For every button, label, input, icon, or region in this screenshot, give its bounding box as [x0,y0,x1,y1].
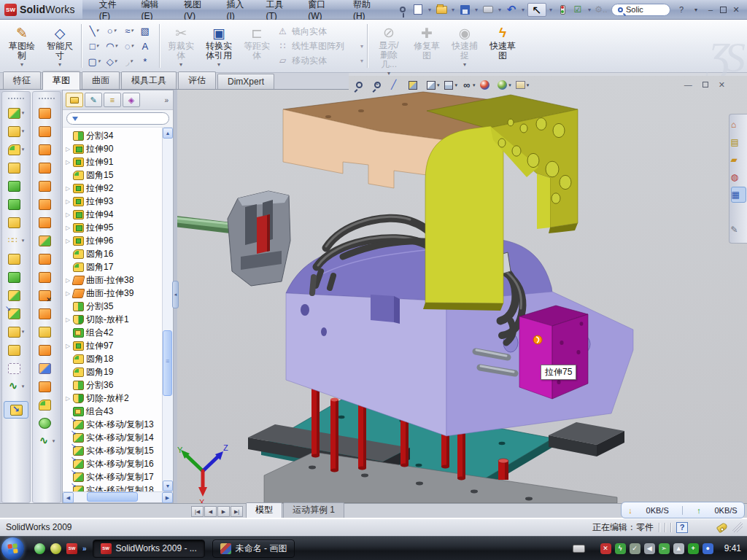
sketch-entity-button[interactable]: ◌▾ [120,39,138,54]
search-input[interactable] [626,5,664,14]
expand-arrow-icon[interactable]: ▷ [66,159,73,166]
tag-icon[interactable] [716,521,729,532]
save-dropdown[interactable]: ▾ [473,3,480,16]
command-row-button[interactable]: ∷ 线性草图阵列 ▾ [277,40,363,52]
tree-item[interactable]: ▷ 拉伸96 [66,234,162,247]
toolbar-button[interactable]: ▾ [4,232,28,249]
restore-button[interactable] [720,7,727,13]
more-commands-icon[interactable]: ⚙.. [594,3,608,16]
new-dropdown[interactable]: ▾ [426,3,433,16]
command-button[interactable]: ϟ 快速草图 ▾ [484,21,522,71]
select-dropdown[interactable]: ▾ [547,3,554,16]
expand-arrow-icon[interactable]: ▷ [66,225,73,231]
options-icon[interactable]: ☑ [570,3,585,16]
view-palette-icon[interactable]: ▦ [731,187,746,203]
custom-properties-icon[interactable]: ✎ [731,222,746,238]
headsup-icon[interactable] [388,79,402,91]
headsup-icon[interactable] [514,79,527,91]
command-tab[interactable]: 模具工具 [121,71,177,89]
toolbar-button[interactable]: ▾ [34,195,59,213]
scroll-right-button[interactable]: ▶ [162,492,173,503]
toolbar-button[interactable]: ▾ [4,323,28,341]
toolbar-button[interactable]: ▾ [34,287,59,304]
tree-item[interactable]: ▷ 拉伸94 [66,208,162,221]
command-button[interactable]: ◉ 快速捕捉 ▾ [446,21,484,71]
tree-item[interactable]: ▷ 实体-移动/复制18 [66,483,162,491]
toolbar-button[interactable]: ▾ [34,378,59,395]
tree-item[interactable]: ▷ 实体-移动/复制17 [66,470,162,483]
sketch-entity-button[interactable]: ○▾ [103,23,120,39]
document-tab[interactable]: 模型 [246,502,282,518]
panel-splitter-handle[interactable]: ◂ [172,281,179,308]
tree-vertical-scrollbar[interactable]: ▲ ▼ [162,128,173,491]
select-tool-button[interactable]: ↖ [527,3,546,17]
expand-arrow-icon[interactable]: ▷ [66,343,73,349]
command-tab[interactable]: DimXpert [217,74,274,89]
security-tray-icon[interactable]: ϟ [615,543,626,554]
messenger-quicklaunch-icon[interactable] [34,543,45,554]
toolbar-button[interactable]: ▾ [34,122,59,140]
tree-item[interactable]: ▷ 分割36 [66,378,162,392]
tree-item[interactable]: ▷ 圆角18 [66,352,162,365]
toolbar-button[interactable]: ▾ [34,268,59,286]
toolbar-button[interactable]: ▾ [34,159,59,176]
tree-item[interactable]: ▷ 实体-移动/复制14 [66,431,162,444]
undo-icon[interactable]: ↶ [504,3,519,16]
command-button[interactable]: ⊘ 显示/删除几... ▾ [370,21,408,71]
headsup-icon[interactable] [371,79,384,91]
tree-horizontal-scrollbar[interactable]: ◀ ▶ [63,491,173,502]
help-button[interactable]: ? [676,5,686,14]
new-document-icon[interactable] [411,3,425,16]
expand-arrow-icon[interactable]: ▷ [66,395,73,402]
toolbar-button[interactable]: ▾ [34,232,59,249]
toolbar-button[interactable]: ▾ [34,432,59,450]
keyboard-tray-icon[interactable] [573,545,585,553]
tree-item[interactable]: ▷ 拉伸97 [66,339,162,352]
doc-close-button[interactable]: ✕ [719,80,725,90]
tree-item[interactable]: ▷ 拉伸91 [66,155,162,168]
headsup-icon[interactable] [424,79,438,91]
network-warning-tray-icon[interactable]: ▲ [673,543,684,554]
chevron-right-icon[interactable]: » [164,96,170,104]
open-dropdown[interactable]: ▾ [449,3,457,16]
headsup-icon[interactable] [495,79,509,91]
tree-item[interactable]: ▷ 拉伸95 [66,221,162,234]
expand-arrow-icon[interactable]: ▷ [66,146,73,152]
toolbar-button[interactable]: ▾ [34,305,59,322]
command-tab[interactable]: 草图 [42,71,80,90]
resize-grip[interactable] [732,522,743,532]
help-dropdown[interactable]: ▾ [691,7,701,13]
configurationmanager-tab[interactable]: ≡ [104,93,121,107]
tree-item[interactable]: ▷ 圆角19 [66,365,162,378]
command-button[interactable]: ▣ 转换实体引用 ▾ [200,21,238,71]
measure-button[interactable] [4,401,28,419]
scroll-thumb[interactable] [163,330,172,396]
toolbar-button[interactable]: ▾ [4,195,28,213]
undo-dropdown[interactable]: ▾ [519,3,527,16]
tree-item[interactable]: ▷ 拉伸90 [66,142,162,155]
headsup-icon[interactable] [352,79,366,91]
toolbar-button[interactable]: ▾ [4,341,28,359]
search-box[interactable] [611,4,670,16]
toolbar-button[interactable]: ▾ [34,414,59,432]
tab-nav-button[interactable]: ◀ [204,506,217,517]
tree-item[interactable]: ▷ 曲面-拉伸39 [66,287,162,300]
command-row-button[interactable]: ⚠ 镜向实体 ▾ [277,26,363,38]
toolbar-button[interactable]: ▾ [4,359,28,377]
toolbar-button[interactable]: ▾ [4,122,28,140]
tree-item[interactable]: ▷ 实体-移动/复制13 [66,418,162,431]
toolbar-button[interactable]: ▾ [34,396,59,413]
command-button[interactable]: ✎ 草图绘制 ▾ [3,21,41,71]
toolbar-button[interactable]: ▾ [4,177,28,195]
pin-icon[interactable] [395,3,410,16]
rebuild-icon[interactable] [555,3,570,16]
headsup-icon[interactable] [406,79,420,91]
expand-arrow-icon[interactable]: ▷ [66,198,73,205]
file-explorer-icon[interactable]: ▰ [731,152,746,168]
save-icon[interactable] [457,3,472,16]
command-tab[interactable]: 评估 [178,71,216,89]
expand-arrow-icon[interactable]: ▷ [66,185,73,192]
expand-arrow-icon[interactable]: ▷ [66,238,73,244]
toolbar-button[interactable]: ▾ [4,141,28,158]
sketch-entity-button[interactable]: A▾ [138,39,155,54]
